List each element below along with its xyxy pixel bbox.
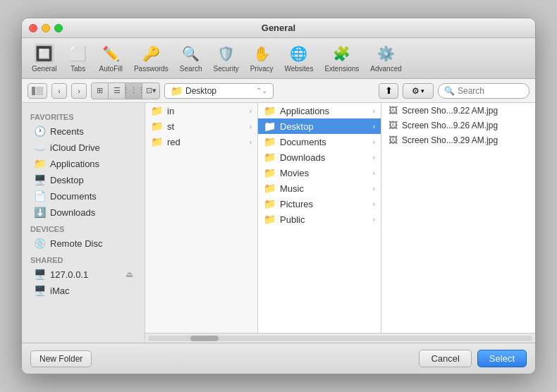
- file-item-0[interactable]: 🖼 Screen Sho...9.22 AM.jpg: [381, 103, 535, 118]
- extensions-label: Extensions: [324, 65, 359, 73]
- toolbar-websites[interactable]: 🌐 Websites: [281, 42, 316, 74]
- file-label-0: Screen Sho...9.22 AM.jpg: [402, 106, 498, 116]
- sidebar-documents-label: Documents: [50, 191, 97, 202]
- toolbar-search[interactable]: 🔍 Search: [177, 42, 205, 74]
- sidebar-item-applications[interactable]: 📁 Applications: [25, 156, 142, 171]
- col1-item-st[interactable]: 📁 st ›: [145, 118, 257, 134]
- close-button[interactable]: [29, 24, 37, 32]
- sidebar-item-icloud[interactable]: ☁️ iCloud Drive: [25, 140, 142, 155]
- minimize-button[interactable]: [42, 24, 50, 32]
- autofill-icon: ✏️: [101, 44, 121, 63]
- column-3: 🖼 Screen Sho...9.22 AM.jpg 🖼 Screen Sho.…: [381, 103, 535, 333]
- back-button[interactable]: ‹: [51, 83, 67, 99]
- main-window: General 🔲 General ⬜ Tabs ✏️ AutoFill 🔑 P…: [21, 18, 536, 374]
- column-1: 📁 in › 📁 st › 📁 red ›: [145, 103, 258, 333]
- col1-item-label-0: in: [167, 106, 174, 116]
- col2-item-downloads[interactable]: 📁 Downloads ›: [258, 149, 381, 165]
- scroll-bar: [145, 333, 535, 343]
- security-label: Security: [214, 65, 239, 73]
- col2-movies-icon: 📁: [264, 167, 276, 178]
- sidebar-item-imac[interactable]: 🖥️ iMac: [25, 283, 142, 298]
- scroll-track[interactable]: [148, 336, 532, 341]
- sidebar-applications-label: Applications: [50, 159, 99, 169]
- sidebar-item-desktop[interactable]: 🖥️ Desktop: [25, 172, 142, 188]
- col2-item-public[interactable]: 📁 Public ›: [258, 212, 381, 227]
- col2-label-public: Public: [280, 214, 305, 225]
- eject-icon[interactable]: ⏏: [126, 269, 133, 279]
- toolbar-passwords[interactable]: 🔑 Passwords: [131, 42, 171, 74]
- col2-arrow-desktop: ›: [373, 123, 375, 130]
- toolbar-advanced[interactable]: ⚙️ Advanced: [367, 42, 404, 74]
- sidebar-desktop-label: Desktop: [50, 175, 84, 185]
- sidebar-toggle-button[interactable]: [27, 83, 47, 99]
- sidebar-ip-label: 127.0.0.1: [50, 269, 88, 280]
- forward-button[interactable]: ›: [71, 83, 87, 99]
- col2-arrow-public: ›: [373, 216, 375, 223]
- col1-item-red[interactable]: 📁 red ›: [145, 134, 257, 149]
- toolbar-general[interactable]: 🔲 General: [29, 42, 60, 74]
- zoom-button[interactable]: [54, 24, 63, 32]
- location-chevron: ⌃⌄: [256, 87, 267, 94]
- gallery-view-button[interactable]: ⊡▾: [142, 83, 159, 99]
- downloads-icon: ⬇️: [33, 207, 46, 218]
- col2-label-documents: Documents: [280, 137, 326, 147]
- file-item-1[interactable]: 🖼 Screen Sho...9.26 AM.jpg: [381, 118, 535, 133]
- devices-section-title: Devices: [22, 221, 145, 235]
- passwords-label: Passwords: [134, 65, 169, 73]
- select-button[interactable]: Select: [477, 350, 527, 367]
- sidebar: Favorites 🕐 Recents ☁️ iCloud Drive 📁 Ap…: [22, 103, 145, 343]
- autofill-label: AutoFill: [99, 65, 123, 73]
- location-folder-icon: 📁: [171, 85, 183, 97]
- col1-folder-icon-2: 📁: [151, 121, 163, 132]
- column-view-button[interactable]: ⋮⋮⋮: [126, 83, 142, 99]
- ip-icon: 🖥️: [33, 269, 46, 280]
- toolbar-privacy[interactable]: ✋ Privacy: [247, 42, 276, 74]
- advanced-icon: ⚙️: [377, 44, 396, 63]
- window-title: General: [262, 23, 295, 33]
- sidebar-item-recents[interactable]: 🕐 Recents: [25, 123, 142, 139]
- toolbar-tabs[interactable]: ⬜ Tabs: [66, 42, 91, 74]
- nav-bar: ‹ › ⊞ ☰ ⋮⋮⋮ ⊡▾ 📁 Desktop ⌃⌄ ⬆ ⚙ ▾ 🔍: [22, 79, 535, 103]
- location-text: Desktop: [185, 86, 216, 96]
- col2-item-desktop[interactable]: 📁 Desktop ›: [258, 118, 381, 134]
- col2-item-pictures[interactable]: 📁 Pictures ›: [258, 196, 381, 212]
- col2-item-documents[interactable]: 📁 Documents ›: [258, 134, 381, 149]
- col2-item-movies[interactable]: 📁 Movies ›: [258, 165, 381, 180]
- documents-icon: 📄: [33, 190, 46, 202]
- cancel-button[interactable]: Cancel: [419, 350, 471, 367]
- col2-item-applications[interactable]: 📁 Applications ›: [258, 103, 381, 118]
- col2-label-downloads: Downloads: [280, 152, 325, 163]
- toolbar-security[interactable]: 🛡️ Security: [211, 42, 242, 74]
- sidebar-item-ip[interactable]: 🖥️ 127.0.0.1 ⏏: [25, 267, 142, 282]
- col2-item-music[interactable]: 📁 Music ›: [258, 180, 381, 196]
- content-area: Favorites 🕐 Recents ☁️ iCloud Drive 📁 Ap…: [22, 103, 535, 343]
- col1-folder-icon: 📁: [151, 105, 163, 116]
- col2-arrow-documents: ›: [373, 138, 375, 146]
- toolbar-autofill[interactable]: ✏️ AutoFill: [97, 42, 126, 74]
- new-folder-button[interactable]: New Folder: [30, 350, 92, 367]
- col2-music-icon: 📁: [264, 183, 276, 194]
- extensions-icon: 🧩: [332, 44, 352, 63]
- action-button[interactable]: ⚙ ▾: [403, 83, 434, 99]
- col2-downloads-icon: 📁: [264, 152, 276, 163]
- col1-item-main[interactable]: 📁 in ›: [145, 103, 257, 118]
- scroll-thumb[interactable]: [190, 336, 219, 341]
- col2-public-icon: 📁: [264, 214, 276, 225]
- file-icon-1: 🖼: [388, 120, 398, 130]
- sidebar-item-remote-disc[interactable]: 💿 Remote Disc: [25, 235, 142, 251]
- col2-arrow-downloads: ›: [373, 154, 375, 161]
- sidebar-item-documents[interactable]: 📄 Documents: [25, 188, 142, 204]
- columns-scroll: 📁 in › 📁 st › 📁 red ›: [145, 103, 535, 333]
- col2-desktop-icon: 📁: [264, 121, 276, 132]
- share-button[interactable]: ⬆: [379, 83, 398, 99]
- toolbar-extensions[interactable]: 🧩 Extensions: [322, 42, 362, 74]
- recents-icon: 🕐: [33, 125, 46, 137]
- search-box[interactable]: 🔍: [438, 83, 530, 99]
- file-item-2[interactable]: 🖼 Screen Sho...9.29 AM.jpg: [381, 133, 535, 147]
- sidebar-item-downloads[interactable]: ⬇️ Downloads: [25, 204, 142, 220]
- icon-view-button[interactable]: ⊞: [92, 83, 109, 99]
- search-input[interactable]: [458, 86, 523, 96]
- col2-label-pictures: Pictures: [280, 199, 313, 209]
- svg-rect-1: [37, 87, 43, 95]
- col2-arrow-applications: ›: [373, 107, 375, 115]
